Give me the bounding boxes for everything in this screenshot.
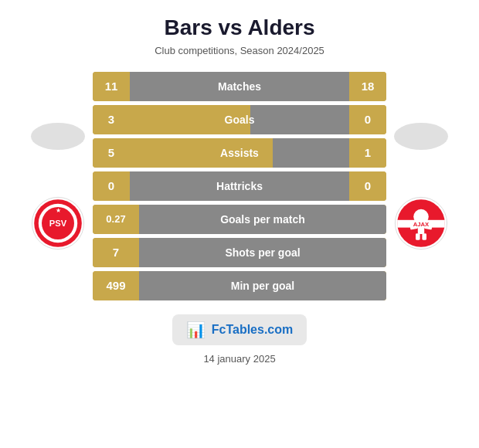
svg-rect-13 — [422, 233, 426, 239]
left-logo-area: PSV ★ — [23, 123, 93, 250]
svg-text:AJAX: AJAX — [413, 220, 430, 227]
min-per-goal-label: Min per goal — [139, 271, 386, 300]
psv-logo: PSV ★ — [31, 196, 85, 250]
ajax-logo: AJAX — [394, 196, 448, 250]
shots-per-goal-val: 7 — [93, 238, 139, 267]
page-subtitle: Club competitions, Season 2024/2025 — [8, 45, 471, 56]
page-wrapper: Bars vs Alders Club competitions, Season… — [0, 0, 479, 378]
shots-per-goal-label: Shots per goal — [139, 238, 386, 267]
assists-right-val: 1 — [349, 138, 386, 168]
goals-right-val: 0 — [349, 105, 386, 134]
stat-row-hattricks: 0 Hattricks 0 — [93, 171, 386, 201]
right-logo-area: AJAX — [386, 123, 456, 250]
matches-right-val: 18 — [349, 72, 386, 101]
fctables-text: FcTables.com — [212, 323, 294, 337]
assists-left-val: 5 — [93, 138, 130, 168]
goals-per-match-val: 0.27 — [93, 205, 139, 234]
svg-text:PSV: PSV — [49, 219, 67, 228]
fctables-badge: 📊 FcTables.com — [172, 314, 307, 345]
svg-rect-12 — [416, 233, 420, 239]
hattricks-label: Hattricks — [130, 171, 349, 201]
matches-left-val: 11 — [93, 72, 130, 101]
goals-left-val: 3 — [93, 105, 130, 134]
svg-text:★: ★ — [56, 206, 61, 214]
content-area: PSV ★ 11 Matches 18 3 Goals 0 5 Assis — [8, 72, 471, 300]
stat-row-matches: 11 Matches 18 — [93, 72, 386, 101]
min-per-goal-val: 499 — [93, 271, 139, 300]
goals-per-match-label: Goals per match — [139, 205, 386, 234]
hattricks-right-val: 0 — [349, 171, 386, 201]
date-footer: 14 january 2025 — [8, 353, 471, 365]
chart-icon: 📊 — [186, 321, 206, 339]
stat-row-assists: 5 Assists 1 — [93, 138, 386, 168]
goals-label: Goals — [130, 105, 349, 134]
stats-area: 11 Matches 18 3 Goals 0 5 Assists 1 0 Ha… — [93, 72, 386, 300]
matches-label: Matches — [130, 72, 349, 101]
hattricks-left-val: 0 — [93, 171, 130, 201]
stat-row-goals-per-match: 0.27 Goals per match — [93, 205, 386, 234]
assists-label: Assists — [130, 138, 349, 168]
left-oval-decoration — [31, 123, 85, 150]
stat-row-shots-per-goal: 7 Shots per goal — [93, 238, 386, 267]
stat-row-goals: 3 Goals 0 — [93, 105, 386, 134]
page-title: Bars vs Alders — [8, 15, 471, 40]
stat-row-min-per-goal: 499 Min per goal — [93, 271, 386, 300]
right-oval-decoration — [394, 123, 448, 150]
